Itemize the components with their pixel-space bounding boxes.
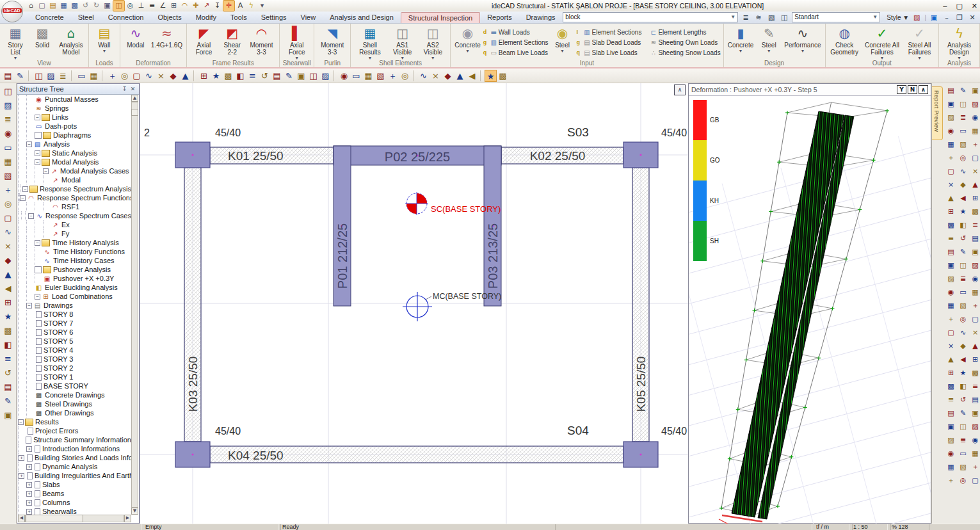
auto-rebar-icon[interactable]: ▤: [2, 381, 15, 394]
tool-icon[interactable]: ▢: [970, 475, 980, 486]
shearwall-axial-button[interactable]: ▌Axial Force▼: [282, 25, 311, 60]
tree-item[interactable]: −Modal Analysis: [18, 157, 131, 166]
tree-item[interactable]: ◧Euler Buckling Analysis: [18, 283, 131, 292]
tool-icon[interactable]: ▣: [945, 99, 956, 109]
tool-icon[interactable]: ≣: [958, 273, 968, 284]
paint-style-icon[interactable]: ▨: [912, 13, 922, 22]
wall-loads-item[interactable]: d▬Wall Loads: [483, 27, 549, 37]
tool-icon[interactable]: ≡: [945, 233, 956, 244]
save-icon[interactable]: ▦: [58, 1, 69, 11]
analysis-model-button[interactable]: ⌂Analysis Model: [56, 25, 86, 56]
tool-icon[interactable]: ▤: [945, 408, 956, 419]
edit-nodes-icon[interactable]: ◫: [33, 70, 45, 82]
tool-icon[interactable]: ✎: [958, 408, 968, 419]
tool-icon[interactable]: ↺: [958, 233, 968, 244]
tool-icon[interactable]: ▩: [945, 220, 956, 230]
tree-item[interactable]: −Results: [18, 417, 131, 426]
spray-paint-icon[interactable]: ▨: [319, 70, 332, 82]
as1-visible-button[interactable]: ◫AS1 Visible▼: [388, 25, 417, 60]
chart-steps-icon[interactable]: ◆: [442, 70, 454, 82]
tree-item[interactable]: −⊞Load Combinations: [18, 292, 131, 301]
tool-icon[interactable]: ≡: [970, 381, 980, 392]
beams-view-icon[interactable]: ×: [2, 240, 15, 253]
tool-icon[interactable]: ◉: [970, 273, 980, 284]
tool-icon[interactable]: ▢: [945, 327, 956, 338]
tool-icon[interactable]: ▤: [970, 394, 980, 405]
tree-item[interactable]: ◉Punctual Masses: [18, 95, 131, 104]
element-sections-item[interactable]: g▥Element Sections: [483, 37, 549, 47]
moment-33-button[interactable]: ◠Moment 3-3: [246, 25, 277, 56]
collapse-icon[interactable]: −: [43, 168, 49, 174]
check-geometry-button[interactable]: ◍Check Geometry: [828, 25, 861, 56]
redo-icon[interactable]: ↻: [91, 1, 102, 11]
polyline-tool-icon[interactable]: ▩: [2, 325, 15, 337]
tool-icon[interactable]: ×: [970, 166, 980, 177]
tool-icon[interactable]: ▨: [945, 435, 956, 446]
tree-item[interactable]: +Beams: [18, 489, 131, 498]
tab-tools[interactable]: Tools: [223, 12, 254, 23]
tool-icon[interactable]: ⊞: [970, 354, 980, 365]
profile-tool-icon[interactable]: ▢: [2, 212, 15, 225]
minimize-icon[interactable]: –: [943, 2, 947, 10]
tree-item[interactable]: STORY 4: [18, 346, 131, 355]
tool-icon[interactable]: ◧: [958, 381, 968, 392]
tool-icon[interactable]: ≣: [958, 435, 968, 446]
slab-live-loads-item[interactable]: q▤Slab Live Loads: [577, 47, 642, 58]
tree-item[interactable]: STORY 6: [18, 328, 131, 337]
block-insert-icon[interactable]: ↺: [2, 367, 15, 380]
tree-item[interactable]: −◠Response Spectrum Functions: [18, 193, 131, 202]
tool-icon[interactable]: ◫: [958, 99, 968, 109]
status-zoom[interactable]: % 128: [887, 524, 929, 530]
move-icon[interactable]: ＋: [106, 70, 118, 82]
expand-icon[interactable]: +: [26, 500, 32, 506]
tool-icon[interactable]: ◎: [958, 152, 968, 163]
stretch-icon[interactable]: ◎: [118, 70, 131, 82]
tool-icon[interactable]: ≣: [958, 112, 968, 123]
tree-item[interactable]: ∿Time History Cases: [18, 256, 131, 265]
style-dropdown[interactable]: Style ▼: [887, 14, 909, 21]
region-select-icon[interactable]: ◫: [307, 70, 319, 82]
snap-move-icon[interactable]: ▲: [179, 70, 191, 82]
tool-icon[interactable]: ＋: [945, 314, 956, 325]
tool-icon[interactable]: ◉: [970, 435, 980, 446]
join-icon[interactable]: ▤: [271, 70, 283, 82]
mirror-icon[interactable]: ∿: [143, 70, 155, 82]
deformation-3d-panel[interactable]: Deformation : Pushover +X +0.3Y - Step 5…: [688, 83, 931, 524]
scroll-up-icon[interactable]: ▲: [131, 95, 138, 102]
block-combobox[interactable]: block ▼: [563, 12, 738, 22]
tree-item[interactable]: +Slabs: [18, 480, 131, 489]
tab-settings[interactable]: Settings: [254, 12, 294, 23]
tool-icon[interactable]: ◆: [958, 179, 968, 190]
trim-tool-icon[interactable]: ◧: [2, 339, 15, 351]
pin-icon[interactable]: ↧: [120, 86, 129, 92]
element-sections-2-item[interactable]: I▥Element Sections: [577, 27, 642, 37]
expand-icon[interactable]: +: [26, 491, 32, 497]
tool-icon[interactable]: ▲: [945, 354, 956, 365]
tool-icon[interactable]: ⊞: [945, 367, 956, 378]
tree-item[interactable]: ∿Time History Functions: [18, 247, 131, 256]
pen-edit-icon[interactable]: ▨: [45, 70, 57, 82]
steel-input-button[interactable]: ◉Steel▼: [550, 25, 575, 53]
plan-view[interactable]: K01 25/50 K02 25/50 K04 25/50 K03 25/50 …: [140, 83, 688, 524]
sheeting-snow-loads-item[interactable]: ∴Sheeting Snow Loads: [643, 47, 720, 58]
collapse-strip-icon[interactable]: ▣: [2, 409, 15, 422]
tag-move-icon[interactable]: ≣: [57, 70, 69, 82]
tab-analysis-and-design[interactable]: Analysis and Design: [323, 12, 401, 23]
tree-item[interactable]: ≋Springs: [18, 104, 131, 113]
parallel-icon[interactable]: ≡: [147, 1, 157, 11]
tab-reports[interactable]: Reports: [480, 12, 519, 23]
shell-results-button[interactable]: ▦Shell Results▼: [353, 25, 387, 60]
tool-icon[interactable]: ▤: [945, 246, 956, 257]
tab-structural-inspection[interactable]: Structural Inspection: [401, 12, 480, 23]
tree-horizontal-scrollbar[interactable]: ◀ ▶: [18, 515, 131, 522]
tree-item[interactable]: −∿Response Spectrum Cases: [18, 211, 131, 220]
tool-icon[interactable]: ◧: [958, 220, 968, 230]
close-icon[interactable]: ✕: [129, 86, 137, 92]
corner-trim-icon[interactable]: ✎: [283, 70, 295, 82]
plumb-icon[interactable]: ▧: [374, 70, 387, 82]
collapse-icon[interactable]: −: [28, 213, 34, 219]
tree-vertical-scrollbar[interactable]: ▲ ▼: [131, 95, 138, 515]
list-view-icon[interactable]: ＋: [2, 184, 15, 197]
tool-icon[interactable]: ▣: [970, 85, 980, 96]
tool-icon[interactable]: ▩: [970, 367, 980, 378]
